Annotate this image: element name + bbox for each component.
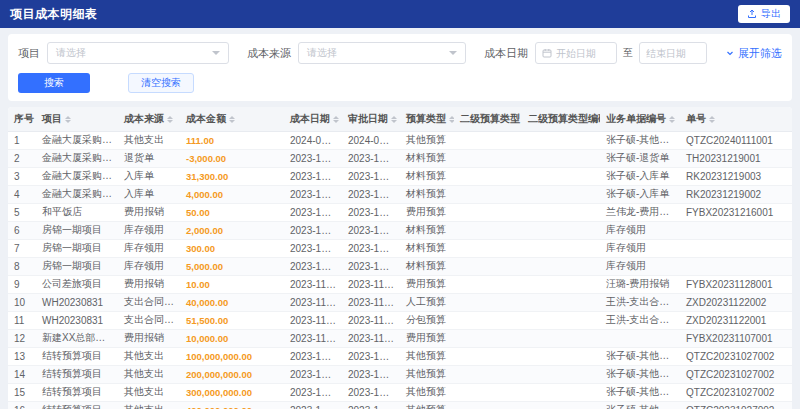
cell-project: 金融大厦采购项目 bbox=[36, 167, 118, 185]
cell-project: 公司差旅项目 bbox=[36, 275, 118, 293]
cell-index: 6 bbox=[8, 221, 36, 239]
cell-project: 结转预算项目 bbox=[36, 347, 118, 365]
cell-business-doc-no: 张子硕-入库单 bbox=[600, 185, 680, 203]
table-row[interactable]: 6房锦一期项目库存领用2,000.002023-12-112023-12-11材… bbox=[8, 221, 792, 239]
cell-doc-no bbox=[680, 257, 792, 275]
cell-project: 金融大厦采购项目 bbox=[36, 185, 118, 203]
cell-cost-source: 费用报销 bbox=[118, 203, 180, 221]
table-row[interactable]: 12新建XX总部大厦工程二期费用报销10,000.002023-11-07202… bbox=[8, 329, 792, 347]
end-date-input[interactable] bbox=[646, 48, 700, 59]
cell-cost-amount: 40,000.00 bbox=[180, 293, 284, 311]
search-button[interactable]: 搜索 bbox=[18, 73, 90, 93]
table-row[interactable]: 13结转预算项目其他支出100,000,000.002023-10-272023… bbox=[8, 347, 792, 365]
clear-search-button[interactable]: 清空搜索 bbox=[128, 73, 194, 93]
export-button[interactable]: 导出 bbox=[738, 5, 790, 23]
project-filter: 项目 请选择 bbox=[18, 42, 229, 64]
cell-approval-date: 2024-01-11 bbox=[342, 131, 400, 149]
cell-sub-budget-type-code bbox=[522, 239, 600, 257]
cell-business-doc-no: 库存领用 bbox=[600, 239, 680, 257]
column-header-label: 二级预算类型编码 bbox=[528, 113, 600, 124]
sort-icon[interactable] bbox=[229, 116, 235, 123]
column-header-business-doc-no[interactable]: 业务单据编号 bbox=[600, 107, 680, 131]
table-row[interactable]: 4金融大厦采购项目入库单4,000.002023-12-192023-12-19… bbox=[8, 185, 792, 203]
cell-index: 8 bbox=[8, 257, 36, 275]
cell-budget-type: 费用预算 bbox=[400, 203, 454, 221]
table-row[interactable]: 8房锦一期项目库存领用5,000.002023-12-112023-12-11材… bbox=[8, 257, 792, 275]
column-header-index[interactable]: 序号 bbox=[8, 107, 36, 131]
table-row[interactable]: 7房锦一期项目库存领用300.002023-12-112023-12-11材料预… bbox=[8, 239, 792, 257]
cell-cost-date: 2023-12-19 bbox=[284, 167, 342, 185]
column-header-budget-type[interactable]: 预算类型 bbox=[400, 107, 454, 131]
cell-project: 金融大厦采购项目 bbox=[36, 149, 118, 167]
filter-panel: 项目 请选择 成本来源 请选择 成本日期 bbox=[8, 34, 792, 101]
cost-date-filter-label: 成本日期 bbox=[484, 46, 528, 61]
column-header-cost-amount[interactable]: 成本金额 bbox=[180, 107, 284, 131]
cell-sub-budget-type bbox=[454, 221, 522, 239]
table-row[interactable]: 14结转预算项目其他支出200,000,000.002023-10-272023… bbox=[8, 365, 792, 383]
cell-cost-amount: 300.00 bbox=[180, 239, 284, 257]
column-header-sub-budget-type-code[interactable]: 二级预算类型编码 bbox=[522, 107, 600, 131]
column-header-approval-date[interactable]: 审批日期 bbox=[342, 107, 400, 131]
column-header-cost-date[interactable]: 成本日期 bbox=[284, 107, 342, 131]
cell-sub-budget-type-code bbox=[522, 347, 600, 365]
cell-index: 12 bbox=[8, 329, 36, 347]
sort-icon[interactable] bbox=[333, 116, 339, 123]
cell-sub-budget-type bbox=[454, 329, 522, 347]
cell-business-doc-no: 张子硕-入库单 bbox=[600, 167, 680, 185]
cell-cost-date: 2023-12-19 bbox=[284, 185, 342, 203]
column-header-cost-source[interactable]: 成本来源 bbox=[118, 107, 180, 131]
cost-source-filter-label: 成本来源 bbox=[247, 46, 291, 61]
table-row[interactable]: 3金融大厦采购项目入库单31,300.002023-12-192023-12-1… bbox=[8, 167, 792, 185]
cell-budget-type: 其他预算 bbox=[400, 383, 454, 401]
table-row[interactable]: 5和平饭店费用报销50.002023-12-162023-12-16费用预算兰伟… bbox=[8, 203, 792, 221]
cell-budget-type: 其他预算 bbox=[400, 347, 454, 365]
cell-sub-budget-type bbox=[454, 167, 522, 185]
filter-actions: 搜索 清空搜索 bbox=[18, 73, 782, 93]
cell-cost-source: 支出合同执行 bbox=[118, 311, 180, 329]
table-row[interactable]: 11WH20230831支出合同执行51,500.002023-11-22202… bbox=[8, 311, 792, 329]
cell-budget-type: 费用预算 bbox=[400, 275, 454, 293]
column-header-label: 项目 bbox=[42, 113, 62, 124]
cell-sub-budget-type bbox=[454, 311, 522, 329]
sort-icon[interactable] bbox=[167, 116, 173, 123]
table-row[interactable]: 1金融大厦采购项目其他支出111.002024-01-112024-01-11其… bbox=[8, 131, 792, 149]
cell-doc-no: FYBX20231107001 bbox=[680, 329, 792, 347]
table-row[interactable]: 9公司差旅项目费用报销10.002023-11-282023-11-28费用预算… bbox=[8, 275, 792, 293]
sort-icon[interactable] bbox=[709, 116, 715, 123]
cell-budget-type: 其他预算 bbox=[400, 131, 454, 149]
cost-date-start[interactable] bbox=[535, 42, 617, 64]
expand-filter-link[interactable]: 展开筛选 bbox=[726, 46, 782, 61]
calendar-icon bbox=[542, 48, 552, 58]
cell-business-doc-no: 张子硕-退货单 bbox=[600, 149, 680, 167]
cell-budget-type: 材料预算 bbox=[400, 239, 454, 257]
cost-table-card: 序号项目成本来源成本金额成本日期审批日期预算类型二级预算类型二级预算类型编码业务… bbox=[8, 107, 792, 409]
table-row[interactable]: 15结转预算项目其他支出300,000,000.002023-10-272023… bbox=[8, 383, 792, 401]
cell-cost-amount: 10,000.00 bbox=[180, 329, 284, 347]
column-header-project[interactable]: 项目 bbox=[36, 107, 118, 131]
column-header-doc-no[interactable]: 单号 bbox=[680, 107, 792, 131]
table-row[interactable]: 16结转预算项目其他支出400,000,000.002023-10-272023… bbox=[8, 401, 792, 409]
cell-budget-type: 材料预算 bbox=[400, 221, 454, 239]
cell-business-doc-no: 汪璐-费用报销 bbox=[600, 275, 680, 293]
cell-cost-date: 2023-11-07 bbox=[284, 329, 342, 347]
export-button-label: 导出 bbox=[761, 7, 781, 21]
cell-index: 10 bbox=[8, 293, 36, 311]
sort-icon[interactable] bbox=[449, 116, 454, 123]
cell-budget-type: 材料预算 bbox=[400, 185, 454, 203]
sort-icon[interactable] bbox=[65, 116, 71, 123]
sort-icon[interactable] bbox=[669, 116, 675, 123]
cell-approval-date: 2023-10-27 bbox=[342, 401, 400, 409]
cell-cost-source: 支出合同执行 bbox=[118, 293, 180, 311]
cell-index: 1 bbox=[8, 131, 36, 149]
cell-project: 结转预算项目 bbox=[36, 383, 118, 401]
cost-source-select[interactable]: 请选择 bbox=[298, 42, 466, 64]
column-header-label: 预算类型 bbox=[406, 113, 446, 124]
cell-cost-date: 2023-12-16 bbox=[284, 203, 342, 221]
table-row[interactable]: 10WH20230831支出合同执行40,000.002023-11-22202… bbox=[8, 293, 792, 311]
start-date-input[interactable] bbox=[556, 48, 610, 59]
sort-icon[interactable] bbox=[391, 116, 397, 123]
column-header-sub-budget-type[interactable]: 二级预算类型 bbox=[454, 107, 522, 131]
table-row[interactable]: 2金融大厦采购项目退货单-3,000.002023-12-192023-12-1… bbox=[8, 149, 792, 167]
project-select[interactable]: 请选择 bbox=[47, 42, 229, 64]
cost-date-end[interactable] bbox=[639, 42, 707, 64]
